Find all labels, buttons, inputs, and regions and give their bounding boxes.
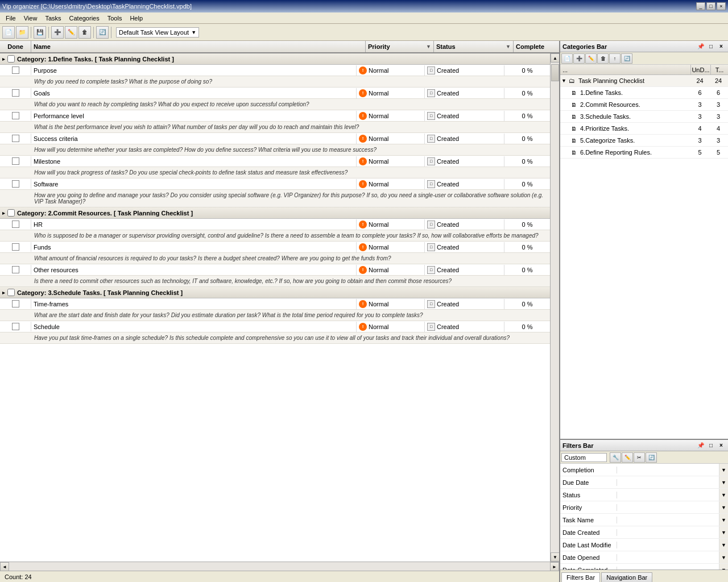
- task-row[interactable]: Funds ! Normal □ Created 0 %: [0, 242, 550, 253]
- filter-dropdown-button[interactable]: ▼: [719, 514, 728, 526]
- task-checkbox[interactable]: [12, 323, 19, 330]
- scroll-down-button[interactable]: ▼: [551, 552, 559, 562]
- hscroll-track[interactable]: [9, 562, 550, 571]
- cat-checkbox[interactable]: [7, 289, 15, 296]
- task-row[interactable]: Goals ! Normal □ Created 0 %: [0, 88, 550, 99]
- cat-restore-button[interactable]: □: [706, 43, 715, 51]
- menu-help[interactable]: Help: [126, 14, 146, 23]
- menu-file[interactable]: File: [2, 14, 19, 23]
- task-checkbox[interactable]: [12, 112, 19, 119]
- task-name-cell[interactable]: Milestone: [31, 156, 357, 167]
- task-checkbox[interactable]: [12, 135, 19, 142]
- cat-expand-icon[interactable]: ▸: [2, 56, 5, 62]
- cat-item-row[interactable]: 🗎 3.Schedule Tasks. 3 3: [560, 111, 728, 123]
- scroll-thumb[interactable]: [551, 64, 559, 81]
- task-checkbox[interactable]: [12, 300, 19, 307]
- horizontal-scrollbar[interactable]: ◄ ►: [0, 562, 559, 571]
- new-button[interactable]: 📄: [2, 26, 15, 39]
- cat-refresh-button[interactable]: 🔄: [621, 53, 632, 64]
- cat-item-row[interactable]: 🗎 1.Define Tasks. 6 6: [560, 87, 728, 99]
- filter-dropdown-button[interactable]: ▼: [719, 464, 728, 476]
- cat-expand-icon[interactable]: ▸: [2, 210, 5, 216]
- task-checkbox[interactable]: [12, 157, 19, 165]
- filt-close-button[interactable]: ×: [717, 442, 726, 450]
- filter-name-input[interactable]: Custom: [561, 453, 607, 462]
- edit-button[interactable]: ✏️: [65, 26, 77, 39]
- cat-checkbox[interactable]: [7, 209, 15, 217]
- scroll-up-button[interactable]: ▲: [551, 53, 559, 63]
- scroll-right-button[interactable]: ►: [550, 562, 559, 571]
- filter-dropdown-button[interactable]: ▼: [719, 476, 728, 488]
- cat-expand-icon[interactable]: ▸: [2, 290, 5, 296]
- filter-dropdown-button[interactable]: ▼: [719, 489, 728, 501]
- vertical-scrollbar[interactable]: ▲ ▼: [550, 53, 559, 562]
- maximize-button[interactable]: □: [706, 2, 715, 10]
- cat-new-button[interactable]: 📄: [561, 53, 573, 64]
- filt-refresh-button[interactable]: 🔄: [646, 452, 657, 463]
- filter-dropdown-button[interactable]: ▼: [719, 501, 728, 513]
- filt-restore-button[interactable]: □: [706, 442, 715, 450]
- task-name-cell[interactable]: Performance level: [31, 111, 357, 121]
- filt-add-button[interactable]: 🔧: [610, 452, 621, 463]
- category-row[interactable]: ▸ Category: 2.Commit Resources. [ Task P…: [0, 207, 550, 219]
- col-name-header[interactable]: Name: [31, 41, 366, 52]
- tab-filters-bar[interactable]: Filters Bar: [561, 572, 600, 582]
- task-checkbox[interactable]: [12, 89, 19, 97]
- cat-root-row[interactable]: ▼ 🗂 Task Planning Checklist 24 24: [560, 75, 728, 87]
- scroll-track[interactable]: [551, 63, 559, 552]
- filt-pin-button[interactable]: 📌: [696, 442, 705, 450]
- filter-dropdown-button[interactable]: ▼: [719, 539, 728, 551]
- menu-categories[interactable]: Categories: [66, 14, 103, 23]
- category-row[interactable]: ▸ Category: 1.Define Tasks. [ Task Plann…: [0, 53, 550, 65]
- task-row[interactable]: Success criteria ! Normal □ Created 0 %: [0, 133, 550, 144]
- task-row[interactable]: Other resources ! Normal □ Created 0 %: [0, 264, 550, 276]
- cat-move-up-button[interactable]: ↑: [609, 53, 621, 64]
- task-row[interactable]: Performance level ! Normal □ Created 0 %: [0, 110, 550, 122]
- layout-dropdown-icon[interactable]: ▼: [191, 30, 196, 35]
- cat-pin-button[interactable]: 📌: [696, 43, 705, 51]
- cat-item-row[interactable]: 🗎 2.Commit Resources. 3 3: [560, 99, 728, 111]
- filter-dropdown-button[interactable]: ▼: [719, 564, 728, 569]
- filters-controls[interactable]: 📌 □ ×: [696, 442, 726, 450]
- task-name-cell[interactable]: HR: [31, 219, 357, 230]
- task-row[interactable]: HR ! Normal □ Created 0 %: [0, 219, 550, 230]
- menu-view[interactable]: View: [20, 14, 41, 23]
- cat-edit-button[interactable]: ✏️: [585, 53, 597, 64]
- task-name-cell[interactable]: Success criteria: [31, 134, 357, 144]
- task-row[interactable]: Time-frames ! Normal □ Created 0 %: [0, 298, 550, 310]
- task-name-cell[interactable]: Schedule: [31, 322, 357, 332]
- col-priority-header[interactable]: Priority ▼: [366, 41, 434, 52]
- task-name-cell[interactable]: Software: [31, 179, 357, 189]
- delete-button[interactable]: 🗑: [78, 26, 91, 39]
- tab-navigation-bar[interactable]: Navigation Bar: [601, 572, 652, 582]
- save-button[interactable]: 💾: [34, 26, 46, 39]
- cat-item-row[interactable]: 🗎 4.Prioritize Tasks. 4 4: [560, 123, 728, 135]
- minimize-button[interactable]: _: [696, 2, 705, 10]
- cat-close-button[interactable]: ×: [717, 43, 726, 51]
- filt-delete-button[interactable]: ✂: [634, 452, 645, 463]
- task-row[interactable]: Milestone ! Normal □ Created 0 %: [0, 156, 550, 167]
- task-checkbox[interactable]: [12, 243, 19, 251]
- window-controls[interactable]: _ □ ×: [696, 2, 726, 10]
- refresh-button[interactable]: 🔄: [96, 26, 109, 39]
- menu-tools[interactable]: Tools: [104, 14, 126, 23]
- task-name-cell[interactable]: Purpose: [31, 65, 357, 76]
- close-button[interactable]: ×: [717, 2, 726, 10]
- task-row[interactable]: Schedule ! Normal □ Created 0 %: [0, 321, 550, 332]
- filter-dropdown-button[interactable]: ▼: [719, 551, 728, 563]
- cat-add-button[interactable]: ➕: [573, 53, 585, 64]
- add-task-button[interactable]: ➕: [51, 26, 64, 39]
- cat-checkbox[interactable]: [7, 55, 15, 63]
- filter-dropdown-button[interactable]: ▼: [719, 526, 728, 538]
- task-name-cell[interactable]: Goals: [31, 88, 357, 98]
- cat-delete-button[interactable]: 🗑: [597, 53, 609, 64]
- open-button[interactable]: 📁: [16, 26, 28, 39]
- task-name-cell[interactable]: Funds: [31, 242, 357, 252]
- task-checkbox[interactable]: [12, 66, 19, 74]
- categories-controls[interactable]: 📌 □ ×: [696, 43, 726, 51]
- priority-filter-icon[interactable]: ▼: [426, 44, 431, 49]
- task-row[interactable]: Purpose ! Normal □ Created 0 %: [0, 65, 550, 76]
- status-filter-icon[interactable]: ▼: [506, 44, 511, 49]
- category-row[interactable]: ▸ Category: 3.Schedule Tasks. [ Task Pla…: [0, 287, 550, 298]
- task-checkbox[interactable]: [12, 221, 19, 228]
